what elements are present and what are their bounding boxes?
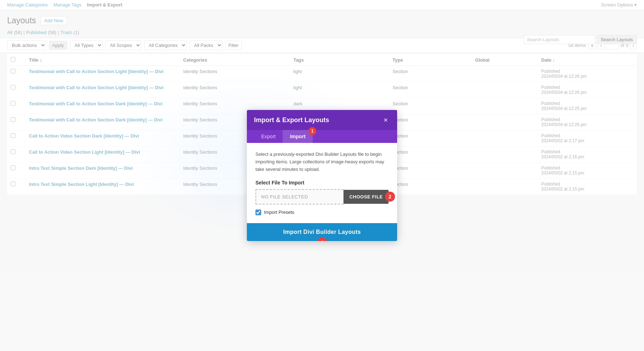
no-file-selected-label: NO FILE SELECTED <box>255 189 343 205</box>
modal-body: Select a previously-exported Divi Builde… <box>247 143 397 223</box>
modal-close-button[interactable]: × <box>381 116 390 124</box>
import-export-modal: Import & Export Layouts × Export Import … <box>247 110 397 241</box>
modal-header: Import & Export Layouts × <box>247 110 397 130</box>
modal-footer: Import Divi Builder Layouts 4 <box>247 223 397 241</box>
modal-title: Import & Export Layouts <box>254 116 329 124</box>
modal-tabs: Export Import 1 <box>247 130 397 143</box>
modal-description: Select a previously-exported Divi Builde… <box>255 151 389 173</box>
choose-file-button[interactable]: CHOOSE FILE <box>343 190 389 204</box>
import-presets-label[interactable]: Import Presets <box>264 210 294 215</box>
select-file-label: Select File To Import <box>255 180 389 186</box>
import-presets-checkbox[interactable] <box>255 210 261 215</box>
step-badge-1: 1 <box>308 127 316 135</box>
tab-export[interactable]: Export <box>254 130 283 143</box>
modal-overlay: Import & Export Layouts × Export Import … <box>0 0 644 351</box>
step-badge-2: 2 <box>385 192 395 202</box>
import-presets-row: 3 Import Presets <box>255 210 389 215</box>
tab-import[interactable]: Import 1 <box>283 130 313 143</box>
file-input-row: NO FILE SELECTED CHOOSE FILE 2 <box>255 189 389 205</box>
